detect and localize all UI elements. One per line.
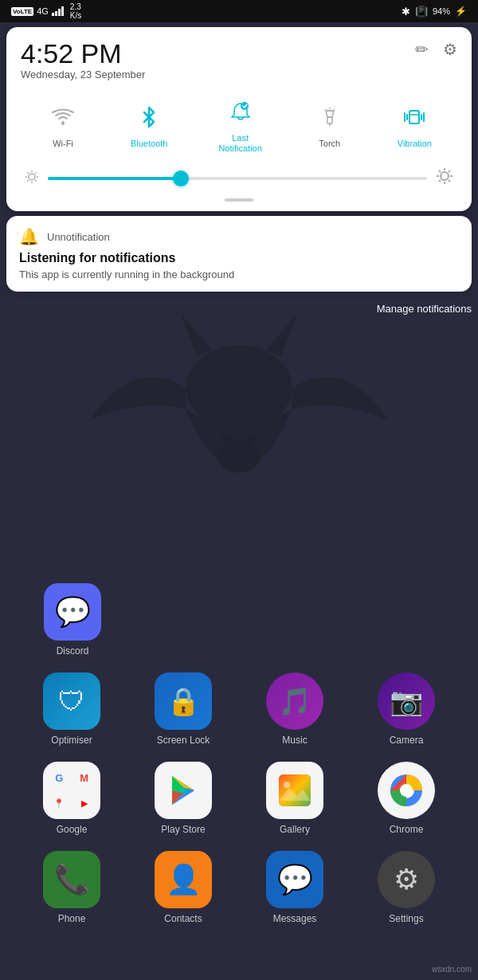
svg-point-33 (29, 174, 35, 180)
svg-line-47 (439, 171, 441, 172)
toggle-vibration[interactable]: Vibration (398, 100, 432, 149)
signal-bars (52, 6, 64, 16)
torch-label: Torch (319, 139, 340, 149)
battery-charging-icon: ⚡ (455, 6, 467, 17)
notif-app-name: Unnotification (47, 231, 110, 243)
app-label-settings: Settings (389, 913, 423, 924)
brightness-high-icon (435, 167, 454, 190)
brightness-thumb[interactable] (173, 171, 189, 186)
volte-badge: VoLTE (11, 7, 33, 16)
svg-point-14 (284, 782, 290, 788)
app-label-music: Music (282, 735, 307, 746)
quick-settings-panel: 4:52 PM Wednesday, 23 September ✏ ⚙ (6, 27, 472, 211)
notif-header: 🔔 Unnotification (19, 227, 459, 246)
app-item-discord[interactable]: 💬 Discord (29, 583, 116, 657)
manage-notifications-area[interactable]: Manage notifications (0, 296, 478, 316)
app-row-2: 🛡 Optimiser 🔒 Screen Lock 🎵 Music 📷 Came… (16, 672, 462, 746)
app-row-3: G M 📍 ▶ Google (16, 762, 462, 835)
vibration-icon (398, 100, 431, 134)
edit-button[interactable]: ✏ (415, 40, 429, 59)
svg-rect-27 (409, 111, 419, 123)
notification-card: 🔔 Unnotification Listening for notificat… (6, 216, 472, 292)
app-label-playstore: Play Store (161, 824, 205, 835)
app-row-1: 💬 Discord (16, 583, 462, 657)
svg-marker-1 (181, 313, 213, 355)
svg-point-42 (441, 172, 449, 180)
app-item-camera[interactable]: 📷 Camera (362, 672, 450, 746)
notif-body: This app is currently running in the bac… (19, 269, 459, 280)
wifi-label: Wi-Fi (53, 139, 73, 149)
torch-icon (313, 100, 347, 134)
app-label-phone: Phone (58, 913, 86, 924)
svg-line-38 (28, 172, 29, 173)
app-item-playstore[interactable]: Play Store (139, 762, 227, 835)
app-item-screenlock[interactable]: 🔒 Screen Lock (139, 672, 227, 746)
app-item-contacts[interactable]: 👤 Contacts (139, 851, 227, 924)
panel-header: 4:52 PM Wednesday, 23 September ✏ ⚙ (21, 40, 457, 80)
status-left: VoLTE 4G 2.3K/s (11, 2, 81, 20)
svg-line-48 (449, 180, 450, 182)
app-label-camera: Camera (390, 735, 424, 746)
app-item-google[interactable]: G M 📍 ▶ Google (28, 762, 116, 835)
bluetooth-icon (132, 100, 166, 134)
vibration-label: Vibration (398, 139, 432, 149)
svg-line-39 (35, 180, 36, 181)
app-label-gallery: Gallery (280, 824, 310, 835)
app-label-messages: Messages (273, 913, 317, 924)
notif-title: Listening for notifications (19, 251, 459, 265)
app-item-optimiser[interactable]: 🛡 Optimiser (28, 672, 116, 746)
last-notification-label: LastNotification (218, 133, 261, 154)
app-item-settings[interactable]: ⚙ Settings (362, 851, 450, 924)
battery-level: 94% (433, 6, 450, 16)
svg-line-40 (35, 172, 36, 173)
app-item-gallery[interactable]: Gallery (251, 762, 339, 835)
app-label-chrome: Chrome (390, 824, 424, 835)
svg-line-41 (28, 180, 29, 181)
panel-action-icons: ✏ ⚙ (415, 40, 457, 59)
app-item-messages[interactable]: 💬 Messages (251, 851, 339, 924)
time-block: 4:52 PM Wednesday, 23 September (21, 40, 145, 80)
brightness-fill (48, 177, 181, 180)
drag-handle (225, 198, 253, 202)
svg-line-26 (334, 109, 335, 110)
svg-rect-12 (279, 774, 311, 806)
app-label-discord: Discord (57, 645, 89, 657)
svg-marker-2 (265, 313, 297, 355)
network-speed: 2.3K/s (70, 2, 81, 20)
notification-icon (224, 95, 257, 128)
toggle-torch[interactable]: Torch (313, 100, 347, 149)
overlay-content: VoLTE 4G 2.3K/s ✱ 📳 94% ⚡ 4:52 PM Wednes… (0, 0, 478, 316)
quick-toggle-row: Wi-Fi Bluetooth (21, 95, 457, 154)
manage-notifications-label[interactable]: Manage notifications (377, 303, 472, 315)
apps-area: 💬 Discord 🛡 Optimiser 🔒 Screen Lock 🎵 Mu… (0, 376, 478, 940)
watermark: wsxdn.com (432, 965, 472, 974)
svg-line-25 (325, 109, 326, 110)
app-item-phone[interactable]: 📞 Phone (28, 851, 116, 924)
current-time: 4:52 PM (21, 40, 145, 67)
svg-rect-20 (327, 117, 332, 123)
app-item-music[interactable]: 🎵 Music (251, 672, 339, 746)
app-label-contacts: Contacts (164, 913, 202, 924)
status-right: ✱ 📳 94% ⚡ (402, 6, 467, 18)
app-row-4: 📞 Phone 👤 Contacts 💬 Messages ⚙ Settings (16, 851, 462, 924)
vibration-status-icon: 📳 (415, 6, 428, 18)
brightness-low-icon (24, 169, 40, 189)
svg-line-49 (449, 171, 450, 172)
status-bar: VoLTE 4G 2.3K/s ✱ 📳 94% ⚡ (0, 0, 478, 22)
bluetooth-status-icon: ✱ (402, 6, 410, 18)
toggle-last-notification[interactable]: LastNotification (218, 95, 261, 154)
brightness-slider[interactable] (48, 177, 427, 180)
settings-button[interactable]: ⚙ (443, 40, 457, 59)
svg-point-19 (241, 102, 249, 110)
svg-point-18 (61, 122, 65, 125)
toggle-wifi[interactable]: Wi-Fi (46, 100, 80, 149)
app-label-screenlock: Screen Lock (157, 735, 210, 746)
toggle-bluetooth[interactable]: Bluetooth (131, 100, 167, 149)
app-label-optimiser: Optimiser (51, 735, 92, 746)
bluetooth-label: Bluetooth (131, 139, 167, 149)
svg-marker-21 (326, 111, 334, 117)
app-item-chrome[interactable]: Chrome (362, 762, 450, 835)
app-label-google: Google (57, 824, 88, 835)
brightness-row (21, 167, 457, 190)
notif-app-icon: 🔔 (19, 227, 39, 246)
